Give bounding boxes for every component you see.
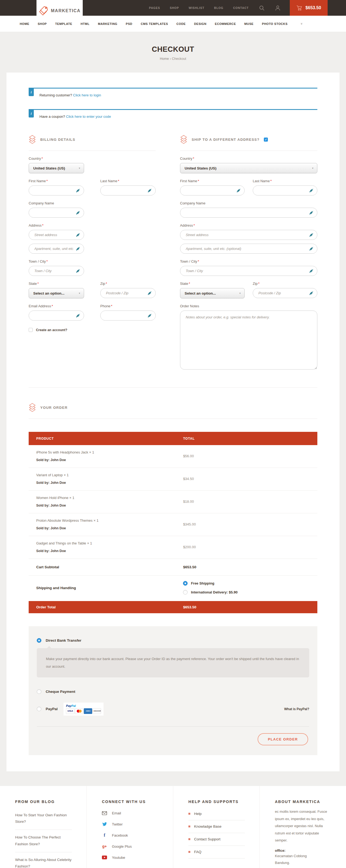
nav-cms-templates[interactable]: CMS TEMPLATES	[141, 22, 168, 26]
knowledge-base-link[interactable]: Knowladge Base	[188, 820, 245, 833]
visa-card-icon: VISA	[66, 708, 74, 714]
address-line: Kecamatan Coblong	[275, 852, 332, 859]
blog-post-link[interactable]: How To Start Your Own Fashion Store?	[15, 808, 72, 830]
connect-googleplus-link[interactable]: Google Plus	[102, 841, 159, 852]
billing-state-select[interactable]: Select an option...	[29, 288, 84, 298]
shipping-option-label: Free Shipping	[191, 581, 214, 585]
billing-zip-input[interactable]	[100, 288, 156, 298]
topnav-wishlist[interactable]: WISHLIST	[189, 6, 204, 9]
payment-method-bank[interactable]: Direct Bank Transfer	[37, 638, 309, 643]
faq-link[interactable]: FAQ	[188, 846, 245, 859]
product-total: $34.50	[183, 473, 317, 485]
billing-last-name-input[interactable]	[100, 185, 156, 195]
billing-company-label: Company Name	[29, 201, 156, 205]
bullet-icon	[188, 826, 190, 827]
login-link[interactable]: Click here to login	[73, 93, 101, 97]
shipping-zip-input[interactable]	[253, 288, 317, 298]
breadcrumb-home[interactable]: Home	[160, 57, 169, 61]
twitter-icon	[102, 822, 107, 827]
shipping-company-input[interactable]	[180, 208, 317, 218]
billing-email-input[interactable]	[29, 311, 84, 320]
order-notes-textarea[interactable]	[180, 311, 317, 370]
site-logo[interactable]: MARKETICA	[36, 0, 83, 22]
shipping-option-free[interactable]: Free Shipping	[183, 581, 317, 586]
place-order-button[interactable]: PLACE ORDER	[257, 733, 308, 745]
billing-town-label: Town / City*	[29, 259, 156, 264]
billing-company-input[interactable]	[29, 208, 84, 218]
billing-phone-input[interactable]	[100, 311, 156, 320]
payment-method-cheque[interactable]: Cheque Payment	[37, 689, 309, 694]
youtube-icon	[102, 855, 107, 860]
radio-selected-icon[interactable]	[183, 581, 187, 586]
connect-twitter-link[interactable]: Twitter	[102, 819, 159, 830]
search-icon[interactable]	[259, 5, 265, 11]
nav-ecommerce[interactable]: ECOMMERCE	[215, 22, 236, 26]
shipping-section: SHIP TO A DIFFERENT ADDRESS? Country* Un…	[180, 135, 317, 371]
payment-methods-panel: Direct Bank Transfer Make your payment d…	[29, 626, 317, 755]
shipping-method-row: Shipping and Handling Free Shipping Inte…	[29, 576, 317, 601]
order-total-value: $653.50	[183, 605, 317, 609]
nav-photo-stocks[interactable]: PHOTO STOCKS	[262, 22, 288, 26]
nav-marketing[interactable]: MARKETING	[98, 22, 117, 26]
nav-more-chevron-icon[interactable]: »	[300, 23, 304, 25]
help-link[interactable]: Help	[188, 808, 245, 820]
order-row: Gadget and Things on the Table × 1 Sold …	[29, 536, 317, 559]
blog-post-link[interactable]: How To Choose The Perfect Fashion Store?	[15, 830, 72, 852]
footer-blog-heading: FROM OUR BLOG	[15, 800, 72, 804]
nav-template[interactable]: TEMPLATE	[55, 22, 72, 26]
topnav-pages[interactable]: PAGES	[149, 6, 160, 9]
shipping-last-name-input[interactable]	[253, 185, 317, 195]
ship-different-address-checkbox[interactable]	[264, 137, 268, 142]
order-review-section: YOUR ORDER PRODUCT TOTAL iPhone 5s with …	[29, 388, 317, 613]
shipping-town-input[interactable]	[180, 266, 317, 276]
shipping-street-input[interactable]	[180, 230, 317, 240]
login-notice-text: Returning customer?	[39, 93, 72, 97]
radio-unselected-icon[interactable]	[183, 590, 187, 594]
billing-country-select[interactable]: United States (US)	[29, 163, 84, 173]
account-icon[interactable]	[275, 5, 281, 11]
billing-apartment-input[interactable]	[29, 244, 84, 254]
nav-muse[interactable]: MUSE	[244, 22, 253, 26]
shipping-last-name-label: Last Name*	[253, 179, 317, 183]
radio-unselected-icon[interactable]	[37, 689, 41, 694]
shipping-apartment-input[interactable]	[180, 244, 317, 254]
radio-selected-icon[interactable]	[37, 638, 41, 643]
blog-post-link[interactable]: What is So Alluring About Celebrity Fash…	[15, 852, 72, 868]
connect-facebook-link[interactable]: Facebook	[102, 830, 159, 841]
nav-code[interactable]: CODE	[176, 22, 186, 26]
topnav-contact[interactable]: CONTACT	[233, 6, 249, 9]
paypal-logo: PayPal	[66, 704, 101, 708]
topnav-shop[interactable]: SHOP	[170, 6, 179, 9]
nav-html[interactable]: HTML	[80, 22, 90, 26]
billing-town-input[interactable]	[29, 266, 84, 276]
shipping-country-label: Country*	[180, 156, 317, 160]
topnav-blog[interactable]: BLOG	[214, 6, 223, 9]
billing-first-name-label: First Name*	[29, 179, 84, 183]
connect-youtube-link[interactable]: Youtube	[102, 852, 159, 863]
payment-method-paypal[interactable]: PayPal PayPal VISA AMEX DISCOVER What is…	[37, 703, 309, 716]
billing-first-name-input[interactable]	[29, 185, 84, 195]
cheque-payment-label: Cheque Payment	[46, 689, 75, 694]
radio-unselected-icon[interactable]	[37, 707, 41, 711]
nav-psd[interactable]: PSD	[126, 22, 132, 26]
shipping-state-select[interactable]: Select an option...	[180, 288, 245, 298]
create-account-checkbox[interactable]	[29, 328, 33, 332]
address-line: Bandung.	[275, 859, 332, 866]
shipping-first-name-input[interactable]	[180, 185, 245, 195]
contact-support-link[interactable]: Contact Support	[188, 833, 245, 846]
breadcrumb: Home › Checkout	[0, 57, 346, 61]
connect-email-link[interactable]: Email	[102, 808, 159, 819]
google-plus-icon	[102, 844, 107, 849]
nav-home[interactable]: HOME	[20, 22, 29, 26]
what-is-paypal-link[interactable]: What is PayPal?	[284, 707, 309, 711]
coupon-link[interactable]: Click here to enter your code	[66, 115, 111, 119]
shipping-option-international[interactable]: International Delivery: $5.90	[183, 590, 317, 594]
order-table-header: PRODUCT TOTAL	[29, 432, 317, 445]
nav-design[interactable]: DESIGN	[194, 22, 207, 26]
divider	[29, 151, 156, 151]
shipping-country-select[interactable]: United States (US)	[180, 163, 317, 173]
cart-button[interactable]: $653.50	[290, 0, 327, 16]
shipping-state-label: State*	[180, 282, 245, 286]
billing-street-input[interactable]	[29, 230, 84, 240]
nav-shop[interactable]: SHOP	[38, 22, 47, 26]
